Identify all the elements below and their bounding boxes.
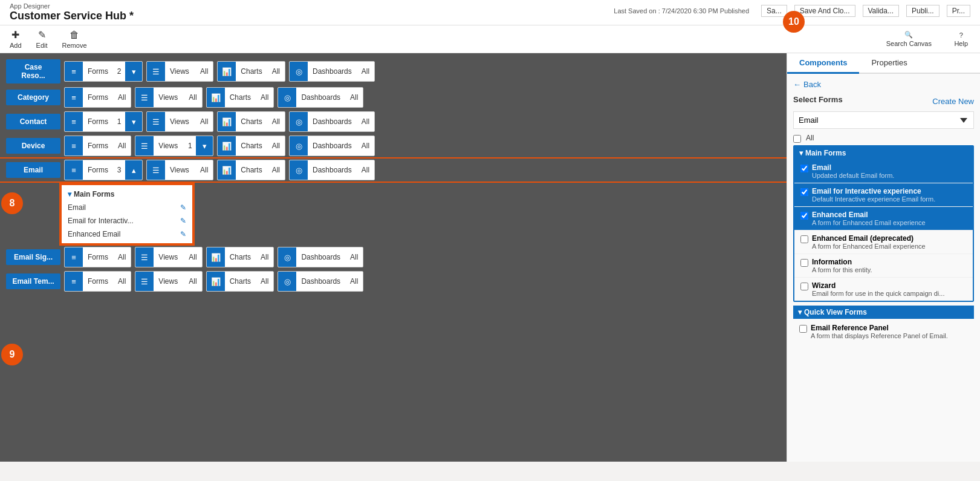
- entity-label-email[interactable]: Email: [6, 162, 60, 178]
- charts-block-email[interactable]: 📊 Charts All: [217, 160, 285, 180]
- dashboards-block-category[interactable]: ◎ Dashboards All: [277, 87, 363, 108]
- form-checkbox[interactable]: [800, 212, 808, 220]
- forms-dropdown-item[interactable]: Email ✎: [62, 201, 192, 214]
- page-title: Customer Service Hub *: [10, 10, 134, 22]
- views-icon: ☰: [135, 271, 154, 292]
- forms-dropdown-item-enhanced-email[interactable]: Enhanced Email ✎: [62, 227, 192, 241]
- back-button[interactable]: ← Back: [793, 80, 974, 89]
- validate-button[interactable]: Valida...: [863, 5, 899, 17]
- forms-block-contact[interactable]: ≡ Forms 1 ▾: [64, 111, 143, 132]
- form-checkbox[interactable]: [800, 165, 808, 172]
- form-item[interactable]: Enhanced Email (deprecated) A form for E…: [794, 231, 973, 254]
- views-block-category[interactable]: ☰ Views All: [135, 87, 202, 108]
- forms-block-email[interactable]: ≡ Forms 3 ▴: [64, 160, 143, 180]
- charts-icon: 📊: [218, 111, 236, 132]
- toolbar: ✚ Add ✎ Edit 🗑 Remove 🔍 Search Canvas ? …: [0, 25, 980, 53]
- entity-label-device[interactable]: Device: [6, 138, 60, 154]
- form-item[interactable]: Email Reference Panel A form that displa…: [793, 320, 974, 343]
- entity-row: Email Sig... ≡ Forms All ☰ Views All 📊 C…: [0, 247, 787, 267]
- entity-label-contact[interactable]: Contact: [6, 114, 60, 129]
- panel-tabs: Components Properties: [787, 53, 980, 74]
- views-chevron-device[interactable]: ▾: [196, 136, 213, 156]
- views-block-emailtem[interactable]: ☰ Views All: [135, 271, 202, 292]
- dashboards-block-emailsig[interactable]: ◎ Dashboards All: [277, 247, 363, 267]
- form-item[interactable]: Information A form for this entity.: [794, 254, 973, 278]
- dashboards-block-emailtem[interactable]: ◎ Dashboards All: [277, 271, 363, 292]
- form-item[interactable]: Email Updated default Email form.: [794, 160, 973, 183]
- forms-type-select[interactable]: Email: [793, 111, 974, 129]
- forms-chevron-case[interactable]: ▾: [125, 61, 142, 82]
- form-checkbox[interactable]: [800, 259, 808, 267]
- charts-icon: 📊: [207, 271, 225, 292]
- form-item-enhanced-email[interactable]: Enhanced Email A form for Enhanced Email…: [794, 207, 973, 231]
- entity-label-emailsig[interactable]: Email Sig...: [6, 249, 60, 265]
- forms-block-category[interactable]: ≡ Forms All: [64, 87, 131, 108]
- entity-row: Email Tem... ≡ Forms All ☰ Views All 📊 C…: [0, 271, 787, 292]
- help-button[interactable]: ? Help: [954, 31, 968, 47]
- views-block-device[interactable]: ☰ Views 1 ▾: [135, 136, 213, 156]
- tab-components[interactable]: Components: [787, 53, 859, 74]
- charts-block-case[interactable]: 📊 Charts All: [217, 61, 285, 82]
- forms-block-device[interactable]: ≡ Forms All: [64, 136, 131, 156]
- forms-icon: ≡: [65, 271, 83, 292]
- quick-view-section: ▾ Quick View Forms Email Reference Panel…: [793, 306, 974, 343]
- save-and-close-button[interactable]: Save And Clo...: [794, 5, 855, 17]
- dashboards-block-email[interactable]: ◎ Dashboards All: [289, 160, 375, 180]
- entity-label-case[interactable]: Case Reso...: [6, 59, 60, 83]
- publish-button[interactable]: Publi...: [906, 5, 939, 17]
- chevron-down-icon: ▾: [799, 149, 803, 157]
- forms-block-case[interactable]: ≡ Forms 2 ▾: [64, 61, 143, 82]
- entity-label-emailtem[interactable]: Email Tem...: [6, 273, 60, 289]
- dashboards-block-contact[interactable]: ◎ Dashboards All: [289, 111, 375, 132]
- create-new-button[interactable]: Create New: [932, 97, 974, 106]
- forms-dropdown: ▾ Main Forms Email ✎ Email for Interacti…: [60, 184, 193, 244]
- tab-properties[interactable]: Properties: [859, 53, 919, 74]
- add-button[interactable]: ✚ Add: [10, 29, 22, 49]
- edit-form-icon[interactable]: ✎: [180, 217, 186, 225]
- dashboards-icon: ◎: [290, 61, 308, 82]
- form-item[interactable]: Wizard Email form for use in the quick c…: [794, 278, 973, 301]
- form-checkbox[interactable]: [799, 325, 807, 333]
- views-icon: ☰: [147, 160, 165, 180]
- form-checkbox[interactable]: [800, 235, 808, 243]
- canvas-area: 8 9 Case Reso... ≡ Forms 2 ▾ ☰ Views All: [0, 53, 787, 462]
- edit-form-icon[interactable]: ✎: [180, 203, 186, 212]
- entity-label-category[interactable]: Category: [6, 90, 60, 105]
- form-checkbox[interactable]: [800, 283, 808, 290]
- edit-form-icon[interactable]: ✎: [180, 230, 186, 238]
- all-checkbox[interactable]: [793, 135, 801, 143]
- remove-button[interactable]: 🗑 Remove: [62, 30, 87, 49]
- charts-block-category[interactable]: 📊 Charts All: [206, 87, 274, 108]
- charts-icon: 📊: [207, 247, 225, 267]
- remove-icon: 🗑: [70, 30, 79, 41]
- views-icon: ☰: [147, 111, 165, 132]
- entity-row: Category ≡ Forms All ☰ Views All 📊 Chart…: [0, 87, 787, 108]
- forms-block-emailtem[interactable]: ≡ Forms All: [64, 271, 131, 292]
- chevron-down-icon: ▾: [798, 308, 802, 316]
- charts-block-emailtem[interactable]: 📊 Charts All: [206, 271, 274, 292]
- main-layout: 8 9 Case Reso... ≡ Forms 2 ▾ ☰ Views All: [0, 53, 980, 462]
- views-icon: ☰: [135, 247, 154, 267]
- forms-chevron-email[interactable]: ▴: [125, 160, 142, 180]
- form-checkbox[interactable]: [800, 188, 808, 196]
- preview-button[interactable]: Pr...: [947, 5, 970, 17]
- search-canvas-button[interactable]: 🔍 Search Canvas: [886, 31, 932, 47]
- forms-chevron-contact[interactable]: ▾: [125, 111, 142, 132]
- select-forms-row: Select Forms Create New: [793, 95, 974, 108]
- forms-dropdown-item[interactable]: Email for Interactiv... ✎: [62, 214, 192, 227]
- entity-row: Device ≡ Forms All ☰ Views 1 ▾ 📊 Charts …: [0, 136, 787, 156]
- edit-button[interactable]: ✎ Edit: [36, 29, 48, 49]
- charts-block-emailsig[interactable]: 📊 Charts All: [206, 247, 274, 267]
- charts-block-device[interactable]: 📊 Charts All: [217, 136, 285, 156]
- forms-block-emailsig[interactable]: ≡ Forms All: [64, 247, 131, 267]
- views-block-contact[interactable]: ☰ Views All: [146, 111, 213, 132]
- dashboards-block-device[interactable]: ◎ Dashboards All: [289, 136, 375, 156]
- views-block-email[interactable]: ☰ Views All: [146, 160, 213, 180]
- form-item[interactable]: Email for Interactive experience Default…: [794, 183, 973, 207]
- charts-block-contact[interactable]: 📊 Charts All: [217, 111, 285, 132]
- views-block-emailsig[interactable]: ☰ Views All: [135, 247, 202, 267]
- views-block-case[interactable]: ☰ Views All: [146, 61, 213, 82]
- forms-icon: ≡: [65, 160, 83, 180]
- dashboards-block-case[interactable]: ◎ Dashboards All: [289, 61, 375, 82]
- save-button[interactable]: Sa...: [761, 5, 787, 17]
